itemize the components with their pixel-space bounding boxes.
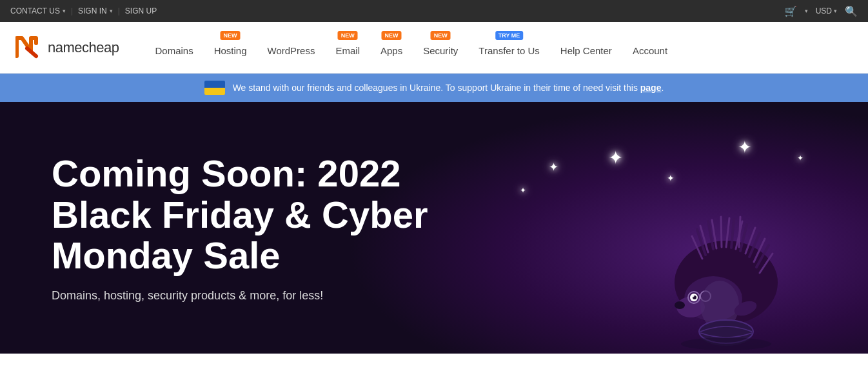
sign-in-arrow: ▾ <box>110 8 113 14</box>
flag-blue <box>204 81 225 88</box>
ukraine-banner: We stand with our friends and colleagues… <box>0 74 868 102</box>
hero-title: Coming Soon: 2022 Black Friday & Cyber M… <box>52 153 439 276</box>
nav-item-security[interactable]: NEW Security <box>413 22 468 74</box>
nav-label-security: Security <box>423 45 458 56</box>
svg-line-9 <box>739 217 740 247</box>
svg-point-30 <box>681 337 771 350</box>
nav-item-transfer[interactable]: TRY ME Transfer to Us <box>468 22 549 74</box>
top-bar: CONTACT US ▾ | SIGN IN ▾ | SIGN UP 🛒 ▾ U… <box>0 0 868 22</box>
star-3: ✦ <box>608 147 623 168</box>
hedgehog-svg <box>636 134 816 354</box>
nav-label-wordpress: WordPress <box>268 45 315 56</box>
top-bar-left: CONTACT US ▾ | SIGN IN ▾ | SIGN UP <box>10 6 157 15</box>
contact-us-link[interactable]: CONTACT US <box>10 6 60 15</box>
svg-point-19 <box>675 301 685 309</box>
nav-item-hosting[interactable]: NEW Hosting <box>204 22 257 74</box>
flag-yellow <box>204 88 225 95</box>
nav-label-transfer: Transfer to Us <box>478 45 539 56</box>
security-badge: NEW <box>431 31 451 40</box>
nav-bar: namecheap Domains NEW Hosting WordPress … <box>0 22 868 74</box>
nav-item-email[interactable]: NEW Email <box>325 22 370 74</box>
nav-label-hosting: Hosting <box>214 45 247 56</box>
currency-arrow: ▾ <box>834 8 837 14</box>
ukraine-page-link[interactable]: page <box>640 83 662 93</box>
svg-point-22 <box>693 296 695 297</box>
nav-label-email: Email <box>335 45 360 56</box>
ukraine-flag <box>204 81 225 95</box>
currency-label: USD <box>816 6 832 15</box>
logo-text: namecheap <box>48 39 119 56</box>
ukraine-text: We stand with our friends and colleagues… <box>233 83 664 93</box>
search-icon[interactable]: 🔍 <box>845 5 858 17</box>
hero-section: ✦ ✦ ✦ ✦ ✦ ✦ Coming Soon: 2022 Black Frid… <box>0 102 868 354</box>
nav-item-help[interactable]: Help Center <box>550 22 622 74</box>
nav-label-apps: Apps <box>380 45 402 56</box>
nav-links: Domains NEW Hosting WordPress NEW Email … <box>144 22 853 74</box>
apps-badge: NEW <box>382 31 402 40</box>
hedgehog-illustration <box>636 134 816 354</box>
logo-icon <box>15 34 43 61</box>
svg-line-10 <box>721 217 722 247</box>
logo[interactable]: namecheap <box>15 34 119 61</box>
hero-subtitle: Domains, hosting, security products & mo… <box>52 289 439 303</box>
cart-icon[interactable]: 🛒 <box>784 5 797 17</box>
nav-item-apps[interactable]: NEW Apps <box>370 22 413 74</box>
nav-item-wordpress[interactable]: WordPress <box>257 22 326 74</box>
top-bar-right: 🛒 ▾ USD ▾ 🔍 <box>784 5 858 17</box>
sign-up-link[interactable]: SIGN UP <box>125 6 157 15</box>
contact-us-arrow: ▾ <box>63 8 66 14</box>
cart-arrow: ▾ <box>805 8 808 14</box>
star-2: ✦ <box>520 186 526 195</box>
email-badge: NEW <box>338 31 358 40</box>
nav-label-account: Account <box>633 45 667 56</box>
transfer-badge: TRY ME <box>495 31 524 40</box>
nav-label-domains: Domains <box>155 45 193 56</box>
star-1: ✦ <box>549 160 558 174</box>
sign-in-link[interactable]: SIGN IN <box>78 6 107 15</box>
nav-item-domains[interactable]: Domains <box>144 22 203 74</box>
hero-content: Coming Soon: 2022 Black Friday & Cyber M… <box>52 153 439 303</box>
hosting-badge: NEW <box>221 31 241 40</box>
nav-item-account[interactable]: Account <box>622 22 678 74</box>
currency-selector[interactable]: USD ▾ <box>816 6 837 15</box>
nav-label-help: Help Center <box>560 45 612 56</box>
